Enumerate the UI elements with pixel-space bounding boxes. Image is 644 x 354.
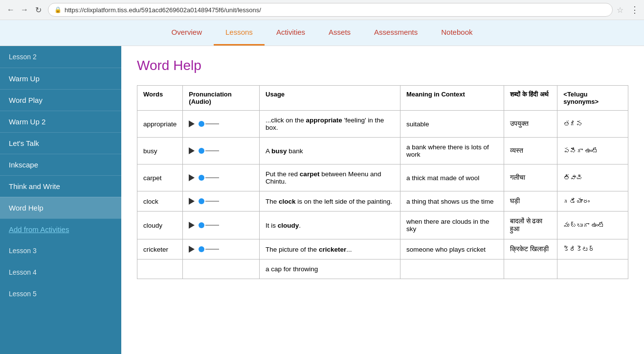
cell-word: cricketer bbox=[137, 239, 183, 260]
cell-audio[interactable] bbox=[183, 191, 260, 212]
refresh-button[interactable]: ↻ bbox=[32, 4, 44, 16]
sidebar-item-letstalk[interactable]: Let's Talk bbox=[0, 132, 121, 154]
table-row: cloudy It is cloudy.when there are cloud… bbox=[137, 212, 628, 239]
sidebar-item-warmup[interactable]: Warm Up bbox=[0, 68, 121, 89]
play-button[interactable] bbox=[189, 246, 195, 253]
bookmark-icon[interactable]: ☆ bbox=[617, 5, 623, 15]
table-row: busy A busy banka bank where there is lo… bbox=[137, 138, 628, 165]
cell-audio[interactable] bbox=[183, 111, 260, 138]
cell-meaning: suitable bbox=[400, 111, 504, 138]
slider-handle[interactable] bbox=[199, 148, 204, 154]
table-row: appropriate ...click on the appropriate … bbox=[137, 111, 628, 138]
cell-telugu: తగిన bbox=[557, 111, 628, 138]
cell-meaning: a thick mat made of wool bbox=[400, 165, 504, 191]
audio-slider[interactable] bbox=[199, 175, 219, 181]
slider-track bbox=[205, 201, 219, 202]
nav-notebook[interactable]: Notebook bbox=[429, 20, 484, 46]
sidebar-item-warmup2[interactable]: Warm Up 2 bbox=[0, 111, 121, 132]
audio-control[interactable] bbox=[189, 147, 253, 154]
cell-usage: It is cloudy. bbox=[260, 212, 400, 239]
nav-assessments[interactable]: Assessments bbox=[362, 20, 429, 46]
audio-control[interactable] bbox=[189, 198, 253, 205]
address-bar[interactable]: 🔒 https://clixplatform.tiss.edu/591acd62… bbox=[48, 3, 613, 17]
slider-track bbox=[205, 177, 219, 178]
slider-handle[interactable] bbox=[199, 121, 204, 127]
cell-telugu: మబ్బుగా ఉంటే bbox=[557, 212, 628, 239]
cell-word bbox=[137, 260, 183, 279]
col-header-meaning: Meaning in Context bbox=[400, 86, 504, 111]
forward-button[interactable]: → bbox=[19, 4, 30, 16]
cell-telugu: పనిగా ఉంటే bbox=[557, 138, 628, 165]
audio-slider[interactable] bbox=[199, 148, 219, 154]
lesson4-header: Lesson 4 bbox=[0, 261, 121, 283]
sidebar-item-wordplay[interactable]: Word Play bbox=[0, 89, 121, 111]
play-button[interactable] bbox=[189, 174, 195, 181]
cell-hindi bbox=[504, 260, 557, 279]
audio-control[interactable] bbox=[189, 246, 253, 253]
slider-track bbox=[205, 249, 219, 250]
table-row: carpet Put the red carpet between Meenu … bbox=[137, 165, 628, 191]
col-header-pronunciation: Pronunciation (Audio) bbox=[183, 86, 260, 111]
audio-slider[interactable] bbox=[199, 246, 219, 252]
cell-audio[interactable] bbox=[183, 239, 260, 260]
table-row: clock The clock is on the left side of t… bbox=[137, 191, 628, 212]
play-button[interactable] bbox=[189, 147, 195, 154]
slider-handle[interactable] bbox=[199, 175, 204, 181]
audio-control[interactable] bbox=[189, 222, 253, 229]
cell-usage: a cap for throwing bbox=[260, 260, 400, 279]
cell-telugu: క్రికెటర్ bbox=[557, 239, 628, 260]
slider-track bbox=[205, 123, 219, 124]
audio-slider[interactable] bbox=[199, 198, 219, 204]
sidebar-item-wordhelp[interactable]: Word Help bbox=[0, 197, 121, 218]
cell-audio[interactable] bbox=[183, 212, 260, 239]
cell-telugu bbox=[557, 260, 628, 279]
cell-hindi: व्यस्त bbox=[504, 138, 557, 165]
cell-word: carpet bbox=[137, 165, 183, 191]
url-text: https://clixplatform.tiss.edu/591acd6269… bbox=[65, 6, 606, 14]
slider-track bbox=[205, 150, 219, 151]
sidebar-item-thinkwrite[interactable]: Think and Write bbox=[0, 175, 121, 197]
cell-hindi: घड़ी bbox=[504, 191, 557, 212]
table-row: cricketer The picture of the cricketer..… bbox=[137, 239, 628, 260]
play-button[interactable] bbox=[189, 120, 195, 127]
nav-lessons[interactable]: Lessons bbox=[214, 20, 265, 46]
cell-telugu: తివాచి bbox=[557, 165, 628, 191]
slider-handle[interactable] bbox=[199, 198, 204, 204]
cell-audio[interactable] bbox=[183, 260, 260, 279]
sidebar-item-addfromactivities[interactable]: Add from Activities bbox=[0, 218, 121, 240]
page-title: Word Help bbox=[137, 58, 628, 73]
slider-handle[interactable] bbox=[199, 246, 204, 252]
cell-telugu: గడియారం bbox=[557, 191, 628, 212]
lock-icon: 🔒 bbox=[54, 6, 62, 13]
lesson5-header: Lesson 5 bbox=[0, 283, 121, 305]
sidebar-item-inkscape[interactable]: Inkscape bbox=[0, 154, 121, 175]
cell-audio[interactable] bbox=[183, 138, 260, 165]
audio-control[interactable] bbox=[189, 174, 253, 181]
cell-usage: The clock is on the left side of the pai… bbox=[260, 191, 400, 212]
cell-hindi: क्रिकेट खिलाड़ी bbox=[504, 239, 557, 260]
audio-control[interactable] bbox=[189, 120, 253, 127]
col-header-hindi: शब्दों के हिंदी अर्थ bbox=[504, 86, 557, 111]
nav-assets[interactable]: Assets bbox=[317, 20, 362, 46]
cell-word: clock bbox=[137, 191, 183, 212]
col-header-usage: Usage bbox=[260, 86, 400, 111]
cell-meaning: when there are clouds in the sky bbox=[400, 212, 504, 239]
nav-overview[interactable]: Overview bbox=[159, 20, 214, 46]
play-button[interactable] bbox=[189, 222, 195, 229]
slider-handle[interactable] bbox=[199, 222, 204, 228]
back-button[interactable]: ← bbox=[5, 4, 17, 16]
lesson3-header: Lesson 3 bbox=[0, 240, 121, 261]
cell-audio[interactable] bbox=[183, 165, 260, 191]
content-area: Word Help Words Pronunciation (Audio) Us… bbox=[121, 46, 644, 354]
cell-word: cloudy bbox=[137, 212, 183, 239]
play-button[interactable] bbox=[189, 198, 195, 205]
audio-slider[interactable] bbox=[199, 222, 219, 228]
col-header-words: Words bbox=[137, 86, 183, 111]
nav-activities[interactable]: Activities bbox=[265, 20, 317, 46]
menu-icon[interactable]: ⋮ bbox=[630, 4, 639, 15]
cell-hindi: बादलों से ढका हुआ bbox=[504, 212, 557, 239]
browser-chrome: ← → ↻ 🔒 https://clixplatform.tiss.edu/59… bbox=[0, 0, 644, 20]
audio-slider[interactable] bbox=[199, 121, 219, 127]
browser-nav[interactable]: ← → ↻ bbox=[5, 4, 44, 16]
slider-track bbox=[205, 225, 219, 226]
